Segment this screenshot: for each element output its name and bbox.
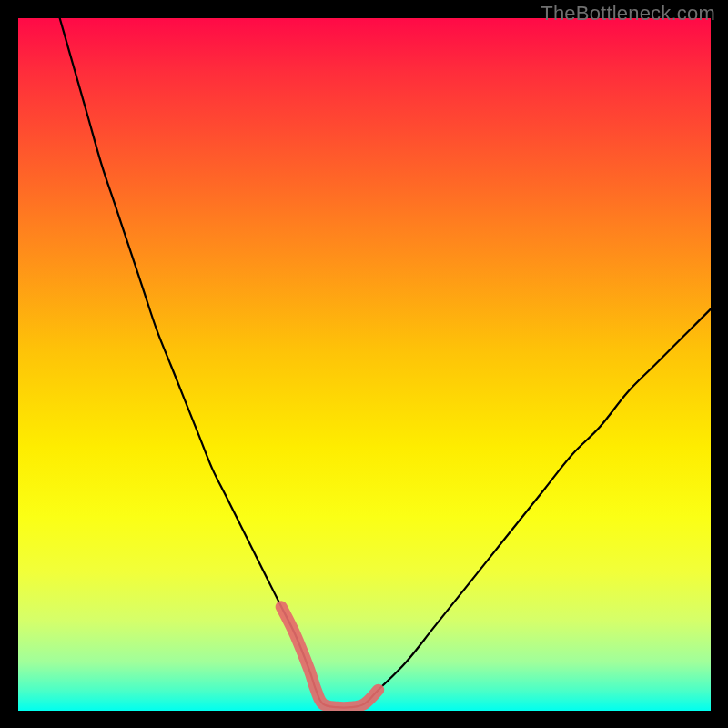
plot-area	[18, 18, 711, 711]
chart-svg	[18, 18, 711, 711]
watermark-text: TheBottleneck.com	[541, 2, 715, 25]
bottleneck-curve	[60, 18, 711, 708]
optimal-range-highlight	[281, 607, 379, 708]
chart-frame: TheBottleneck.com	[0, 0, 728, 728]
